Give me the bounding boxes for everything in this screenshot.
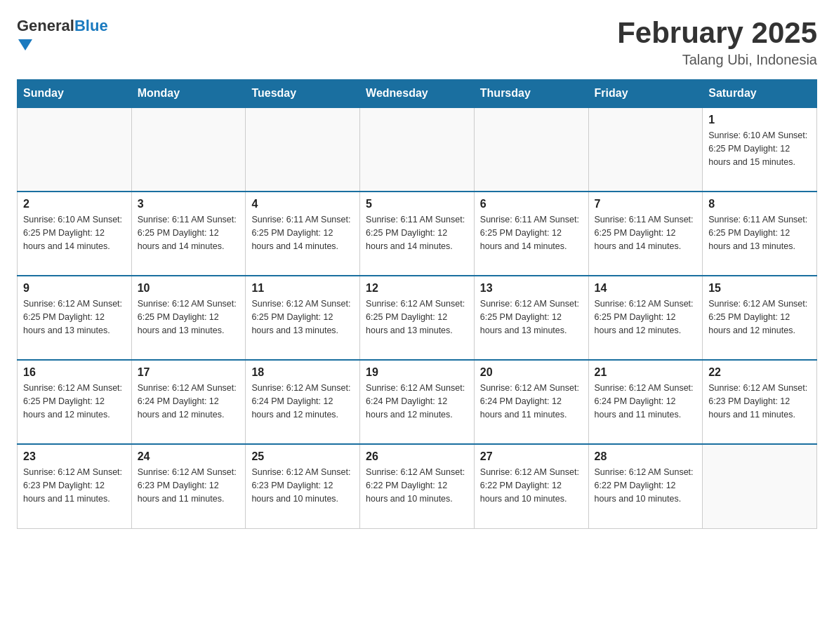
day-number: 20: [480, 366, 583, 379]
calendar-day-cell: [18, 107, 132, 192]
day-number: 23: [23, 450, 126, 463]
day-info: Sunrise: 6:12 AM Sunset: 6:24 PM Dayligh…: [595, 382, 697, 421]
day-info: Sunrise: 6:12 AM Sunset: 6:23 PM Dayligh…: [23, 466, 126, 505]
calendar-day-cell: 26Sunrise: 6:12 AM Sunset: 6:22 PM Dayli…: [360, 444, 475, 528]
day-info: Sunrise: 6:12 AM Sunset: 6:25 PM Dayligh…: [480, 297, 583, 337]
calendar-day-cell: [588, 107, 703, 192]
calendar-day-cell: 18Sunrise: 6:12 AM Sunset: 6:24 PM Dayli…: [246, 360, 360, 444]
day-number: 6: [480, 198, 583, 210]
day-number: 18: [251, 366, 354, 379]
calendar-body: 1Sunrise: 6:10 AM Sunset: 6:25 PM Daylig…: [18, 107, 817, 528]
day-number: 4: [251, 198, 354, 210]
day-info: Sunrise: 6:12 AM Sunset: 6:24 PM Dayligh…: [366, 382, 468, 421]
day-number: 2: [23, 198, 126, 210]
day-info: Sunrise: 6:11 AM Sunset: 6:25 PM Dayligh…: [251, 213, 354, 253]
day-number: 10: [138, 282, 240, 295]
calendar-day-cell: 9Sunrise: 6:12 AM Sunset: 6:25 PM Daylig…: [18, 276, 132, 360]
day-info: Sunrise: 6:12 AM Sunset: 6:24 PM Dayligh…: [251, 382, 354, 421]
day-info: Sunrise: 6:12 AM Sunset: 6:22 PM Dayligh…: [366, 466, 468, 505]
day-info: Sunrise: 6:11 AM Sunset: 6:25 PM Dayligh…: [708, 213, 811, 253]
calendar-day-cell: 3Sunrise: 6:11 AM Sunset: 6:25 PM Daylig…: [131, 192, 246, 276]
location-subtitle: Talang Ubi, Indonesia: [617, 52, 817, 68]
day-number: 24: [138, 450, 240, 463]
calendar-day-cell: 7Sunrise: 6:11 AM Sunset: 6:25 PM Daylig…: [588, 192, 703, 276]
day-number: 19: [366, 366, 468, 379]
day-info: Sunrise: 6:11 AM Sunset: 6:25 PM Dayligh…: [366, 213, 468, 253]
calendar-day-cell: [703, 444, 817, 528]
calendar-day-cell: [474, 107, 588, 192]
day-number: 16: [23, 366, 126, 379]
days-of-week-row: SundayMondayTuesdayWednesdayThursdayFrid…: [18, 80, 817, 108]
calendar-week-row: 2Sunrise: 6:10 AM Sunset: 6:25 PM Daylig…: [18, 192, 817, 276]
day-info: Sunrise: 6:12 AM Sunset: 6:24 PM Dayligh…: [138, 382, 240, 421]
calendar-day-cell: 8Sunrise: 6:11 AM Sunset: 6:25 PM Daylig…: [703, 192, 817, 276]
day-of-week-header: Thursday: [474, 80, 588, 108]
day-number: 22: [708, 366, 811, 379]
title-section: February 2025 Talang Ubi, Indonesia: [617, 17, 817, 68]
day-number: 11: [251, 282, 354, 295]
day-info: Sunrise: 6:12 AM Sunset: 6:23 PM Dayligh…: [708, 382, 811, 421]
day-info: Sunrise: 6:12 AM Sunset: 6:25 PM Dayligh…: [708, 297, 811, 337]
day-of-week-header: Wednesday: [360, 80, 475, 108]
calendar-day-cell: 10Sunrise: 6:12 AM Sunset: 6:25 PM Dayli…: [131, 276, 246, 360]
month-title: February 2025: [617, 17, 817, 49]
page-header: GeneralBlue February 2025 Talang Ubi, In…: [17, 17, 817, 68]
day-info: Sunrise: 6:12 AM Sunset: 6:23 PM Dayligh…: [251, 466, 354, 505]
day-of-week-header: Sunday: [18, 80, 132, 108]
day-number: 1: [708, 114, 811, 126]
logo-general: General: [17, 17, 74, 34]
calendar-day-cell: 1Sunrise: 6:10 AM Sunset: 6:25 PM Daylig…: [703, 107, 817, 192]
day-number: 14: [595, 282, 697, 295]
calendar-day-cell: 19Sunrise: 6:12 AM Sunset: 6:24 PM Dayli…: [360, 360, 475, 444]
calendar-day-cell: 15Sunrise: 6:12 AM Sunset: 6:25 PM Dayli…: [703, 276, 817, 360]
calendar-day-cell: [246, 107, 360, 192]
day-info: Sunrise: 6:11 AM Sunset: 6:25 PM Dayligh…: [595, 213, 697, 253]
logo-blue: Blue: [74, 17, 108, 34]
calendar-week-row: 23Sunrise: 6:12 AM Sunset: 6:23 PM Dayli…: [18, 444, 817, 528]
calendar-day-cell: 5Sunrise: 6:11 AM Sunset: 6:25 PM Daylig…: [360, 192, 475, 276]
day-number: 5: [366, 198, 468, 210]
day-info: Sunrise: 6:12 AM Sunset: 6:25 PM Dayligh…: [138, 297, 240, 337]
day-number: 15: [708, 282, 811, 295]
day-number: 8: [708, 198, 811, 210]
day-info: Sunrise: 6:12 AM Sunset: 6:23 PM Dayligh…: [138, 466, 240, 505]
day-info: Sunrise: 6:12 AM Sunset: 6:22 PM Dayligh…: [480, 466, 583, 505]
day-info: Sunrise: 6:12 AM Sunset: 6:25 PM Dayligh…: [595, 297, 697, 337]
day-info: Sunrise: 6:12 AM Sunset: 6:25 PM Dayligh…: [23, 297, 126, 337]
day-number: 21: [595, 366, 697, 379]
day-number: 26: [366, 450, 468, 463]
logo: GeneralBlue: [17, 17, 108, 51]
calendar-day-cell: 2Sunrise: 6:10 AM Sunset: 6:25 PM Daylig…: [18, 192, 132, 276]
calendar-header: SundayMondayTuesdayWednesdayThursdayFrid…: [18, 80, 817, 108]
day-number: 7: [595, 198, 697, 210]
day-number: 9: [23, 282, 126, 295]
day-info: Sunrise: 6:12 AM Sunset: 6:25 PM Dayligh…: [23, 382, 126, 421]
calendar-day-cell: 6Sunrise: 6:11 AM Sunset: 6:25 PM Daylig…: [474, 192, 588, 276]
day-of-week-header: Tuesday: [246, 80, 360, 108]
calendar-day-cell: 11Sunrise: 6:12 AM Sunset: 6:25 PM Dayli…: [246, 276, 360, 360]
calendar-day-cell: 27Sunrise: 6:12 AM Sunset: 6:22 PM Dayli…: [474, 444, 588, 528]
calendar-day-cell: 22Sunrise: 6:12 AM Sunset: 6:23 PM Dayli…: [703, 360, 817, 444]
calendar-day-cell: 13Sunrise: 6:12 AM Sunset: 6:25 PM Dayli…: [474, 276, 588, 360]
day-info: Sunrise: 6:12 AM Sunset: 6:25 PM Dayligh…: [251, 297, 354, 337]
calendar-day-cell: 14Sunrise: 6:12 AM Sunset: 6:25 PM Dayli…: [588, 276, 703, 360]
calendar-day-cell: [360, 107, 475, 192]
calendar-week-row: 1Sunrise: 6:10 AM Sunset: 6:25 PM Daylig…: [18, 107, 817, 192]
day-info: Sunrise: 6:12 AM Sunset: 6:22 PM Dayligh…: [595, 466, 697, 505]
day-number: 3: [138, 198, 240, 210]
logo-text-block: GeneralBlue: [17, 17, 108, 51]
calendar-day-cell: 4Sunrise: 6:11 AM Sunset: 6:25 PM Daylig…: [246, 192, 360, 276]
calendar-day-cell: 28Sunrise: 6:12 AM Sunset: 6:22 PM Dayli…: [588, 444, 703, 528]
calendar-day-cell: 16Sunrise: 6:12 AM Sunset: 6:25 PM Dayli…: [18, 360, 132, 444]
calendar-day-cell: [131, 107, 246, 192]
calendar-day-cell: 20Sunrise: 6:12 AM Sunset: 6:24 PM Dayli…: [474, 360, 588, 444]
calendar-day-cell: 12Sunrise: 6:12 AM Sunset: 6:25 PM Dayli…: [360, 276, 475, 360]
calendar-week-row: 9Sunrise: 6:12 AM Sunset: 6:25 PM Daylig…: [18, 276, 817, 360]
day-number: 27: [480, 450, 583, 463]
logo-triangle-icon: [18, 39, 32, 51]
calendar-table: SundayMondayTuesdayWednesdayThursdayFrid…: [17, 79, 817, 529]
day-info: Sunrise: 6:10 AM Sunset: 6:25 PM Dayligh…: [23, 213, 126, 253]
calendar-day-cell: 25Sunrise: 6:12 AM Sunset: 6:23 PM Dayli…: [246, 444, 360, 528]
calendar-day-cell: 24Sunrise: 6:12 AM Sunset: 6:23 PM Dayli…: [131, 444, 246, 528]
day-number: 28: [595, 450, 697, 463]
